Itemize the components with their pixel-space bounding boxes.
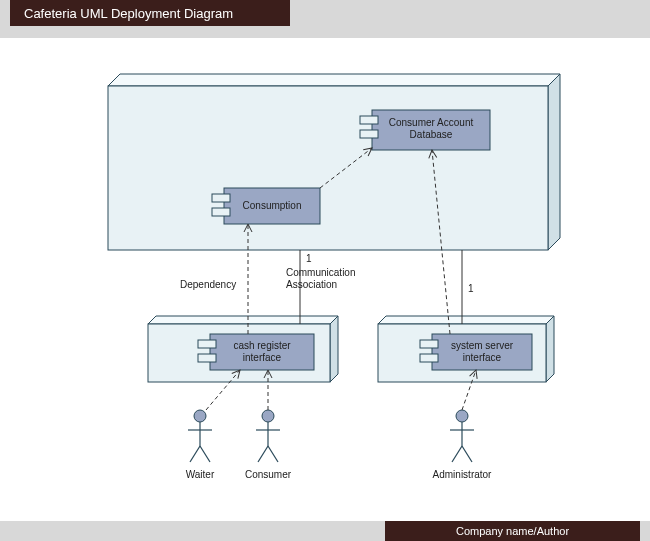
- svg-line-34: [452, 446, 462, 462]
- svg-point-21: [194, 410, 206, 422]
- svg-marker-10: [330, 316, 338, 382]
- header-bar: Cafeteria UML Deployment Diagram: [0, 0, 650, 38]
- cash-label-1: cash register: [233, 340, 291, 351]
- actor-administrator: Administrator: [433, 410, 493, 480]
- svg-line-25: [200, 446, 210, 462]
- node-main: [108, 74, 560, 250]
- waiter-label: Waiter: [186, 469, 215, 480]
- comm-label-1: Communication: [286, 267, 355, 278]
- svg-rect-7: [212, 194, 230, 202]
- component-consumer-account-database: Consumer Account Database: [360, 110, 490, 150]
- footer-author: Company name/Author: [385, 521, 640, 541]
- server-label-1: system server: [451, 340, 514, 351]
- svg-line-29: [258, 446, 268, 462]
- page-title: Cafeteria UML Deployment Diagram: [10, 0, 290, 26]
- component-consumption: Consumption: [212, 188, 320, 224]
- component-system-server-interface: system server interface: [420, 334, 532, 370]
- db-label-1: Consumer Account: [389, 117, 474, 128]
- svg-point-31: [456, 410, 468, 422]
- svg-marker-0: [108, 74, 560, 86]
- svg-line-24: [190, 446, 200, 462]
- comm-mult: 1: [306, 253, 312, 264]
- svg-marker-16: [546, 316, 554, 382]
- svg-marker-9: [148, 316, 338, 324]
- svg-line-30: [268, 446, 278, 462]
- server-mult: 1: [468, 283, 474, 294]
- consumption-label: Consumption: [243, 200, 302, 211]
- server-label-2: interface: [463, 352, 502, 363]
- svg-rect-5: [360, 130, 378, 138]
- svg-rect-20: [420, 354, 438, 362]
- actor-consumer: Consumer: [245, 410, 292, 480]
- administrator-label: Administrator: [433, 469, 493, 480]
- svg-rect-13: [198, 340, 216, 348]
- dependency-label: Dependency: [180, 279, 236, 290]
- svg-rect-8: [212, 208, 230, 216]
- footer-bar: Company name/Author: [0, 521, 650, 541]
- svg-rect-4: [360, 116, 378, 124]
- svg-rect-19: [420, 340, 438, 348]
- svg-point-26: [262, 410, 274, 422]
- cash-label-2: interface: [243, 352, 282, 363]
- db-label-2: Database: [410, 129, 453, 140]
- uml-deployment-diagram: Consumer Account Database Consumption ca…: [0, 38, 650, 521]
- actor-waiter: Waiter: [186, 410, 215, 480]
- svg-line-35: [462, 446, 472, 462]
- svg-rect-14: [198, 354, 216, 362]
- consumer-label: Consumer: [245, 469, 292, 480]
- comm-label-2: Association: [286, 279, 337, 290]
- svg-marker-1: [548, 74, 560, 250]
- component-cash-register-interface: cash register interface: [198, 334, 314, 370]
- svg-marker-15: [378, 316, 554, 324]
